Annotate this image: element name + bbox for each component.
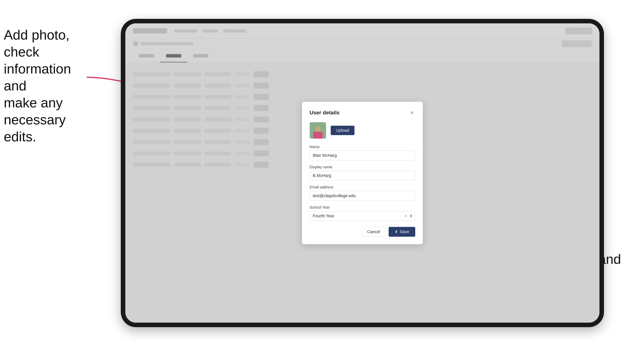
modal-title: User details xyxy=(310,110,340,116)
avatar-body xyxy=(313,132,322,139)
display-name-form-group: Display name xyxy=(310,165,415,180)
display-name-input[interactable] xyxy=(310,171,415,180)
photo-section: Upload xyxy=(310,122,415,139)
school-year-label: School Year xyxy=(310,205,415,209)
avatar-head xyxy=(315,127,320,132)
name-form-group: Name xyxy=(310,145,415,160)
school-year-wrapper: × xyxy=(310,211,415,221)
avatar-figure xyxy=(312,125,324,139)
school-year-form-group: School Year × xyxy=(310,205,415,221)
modal-title-bar: User details × xyxy=(310,109,415,116)
save-button[interactable]: ⬆ Save xyxy=(389,227,415,237)
email-form-group: Email address xyxy=(310,185,415,201)
save-icon: ⬆ xyxy=(395,229,398,234)
annotation-left: Add photo, check information and make an… xyxy=(4,26,94,145)
name-label: Name xyxy=(310,145,415,149)
school-year-chevron-button[interactable] xyxy=(409,213,413,218)
email-input[interactable] xyxy=(310,191,415,201)
avatar-box xyxy=(310,122,326,139)
modal-overlay: User details × Upload xyxy=(125,23,600,323)
display-name-label: Display name xyxy=(310,165,415,169)
cancel-button[interactable]: Cancel xyxy=(362,227,386,237)
school-year-input[interactable] xyxy=(310,211,415,221)
chevron-up-icon xyxy=(410,214,412,216)
tablet: User details × Upload xyxy=(121,19,604,327)
email-label: Email address xyxy=(310,185,415,189)
tablet-screen: User details × Upload xyxy=(125,23,600,323)
save-button-label: Save xyxy=(400,229,409,234)
app-background: User details × Upload xyxy=(125,23,600,323)
name-input[interactable] xyxy=(310,151,415,160)
user-details-modal: User details × Upload xyxy=(302,102,423,244)
modal-close-button[interactable]: × xyxy=(408,109,415,116)
modal-footer: Cancel ⬆ Save xyxy=(310,227,415,237)
chevron-down-icon xyxy=(410,216,412,218)
clear-school-year-button[interactable]: × xyxy=(404,213,408,219)
upload-button[interactable]: Upload xyxy=(331,126,354,135)
select-controls: × xyxy=(404,213,413,219)
